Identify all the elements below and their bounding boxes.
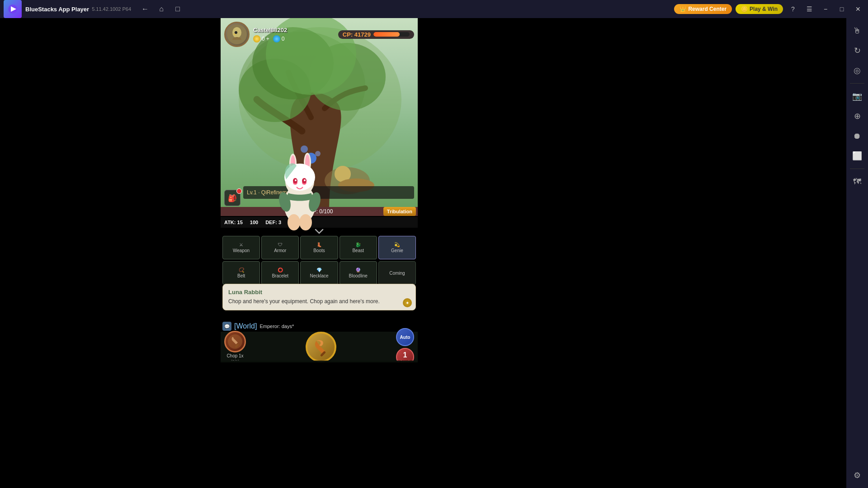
- armor-icon: 🛡: [278, 242, 283, 247]
- adventure-icon: [389, 362, 404, 363]
- svg-point-30: [304, 179, 306, 181]
- armor-slot[interactable]: 🛡 Armor: [261, 236, 299, 259]
- maximize-button[interactable]: □: [835, 3, 848, 15]
- play-coin-icon: 🪙: [741, 6, 748, 12]
- sidebar-settings-btn[interactable]: ⚙: [848, 466, 866, 484]
- belt-icon: 📿: [239, 267, 244, 272]
- sidebar-target-btn[interactable]: ◎: [848, 61, 866, 80]
- auto-level-group: Auto 1 Level: [396, 328, 414, 362]
- bloodline-slot[interactable]: 🔮 Bloodline: [340, 261, 377, 285]
- genie-label: Genie: [391, 248, 403, 253]
- level-number: 1: [403, 351, 407, 359]
- tribulation-button[interactable]: Tribulation: [383, 207, 416, 216]
- svg-point-33: [288, 214, 300, 230]
- sidebar-camera-btn[interactable]: 📷: [848, 87, 866, 105]
- belt-slot[interactable]: 📿 Belt: [222, 261, 260, 285]
- right-controls: 👑 Reward Center 🪙 Play & Win ? ☰ − □ ✕: [674, 3, 868, 15]
- atk-stat: ATK: 15: [224, 220, 243, 225]
- beast-label: Beast: [352, 248, 364, 253]
- sidebar-layers-btn[interactable]: ⊕: [848, 107, 866, 125]
- guild-icon: [235, 362, 249, 363]
- sidebar-screenshot-btn[interactable]: ⬜: [848, 147, 866, 165]
- beast-slot[interactable]: 🐉 Beast: [340, 236, 377, 259]
- bracelet-icon: ⭕: [278, 267, 283, 272]
- main-action-button[interactable]: [306, 332, 336, 362]
- atk-label: ATK:: [224, 220, 236, 225]
- app-version: 5.11.42.1002 P64: [92, 6, 131, 12]
- svg-point-34: [299, 214, 312, 230]
- backpack-icon: 🎒: [228, 194, 237, 202]
- home-button[interactable]: ⌂: [155, 2, 168, 16]
- notification-badge: [236, 188, 242, 194]
- play-win-button[interactable]: 🪙 Play & Win: [736, 4, 783, 14]
- bottom-nav: Guild Home 50: [221, 361, 418, 362]
- sidebar-divider-2: [850, 169, 864, 169]
- currency-row: 0 + 0: [253, 35, 335, 42]
- auto-label: Auto: [400, 335, 410, 340]
- equipment-grid-row1: ⚔ Weapon 🛡 Armor 👢 Boots 🐉 Beast 💫 Genie: [221, 234, 418, 261]
- belt-label: Belt: [237, 273, 245, 278]
- menu-button[interactable]: ☰: [803, 3, 816, 15]
- cp-bar-container: CP: 41729: [338, 30, 414, 39]
- title-bar: BlueStacks App Player 5.11.42.1002 P64 ←…: [0, 0, 868, 18]
- character-sprite: [266, 132, 334, 231]
- sidebar-divider-1: [850, 83, 864, 84]
- necklace-icon: 💎: [316, 267, 322, 272]
- help-button[interactable]: ?: [787, 3, 799, 15]
- equipment-grid-row2: 📿 Belt ⭕ Bracelet 💎 Necklace 🔮 Bloodline…: [221, 259, 418, 286]
- sidebar-rotate-btn[interactable]: ↻: [848, 42, 866, 60]
- nav-adventure[interactable]: Adventure: [377, 362, 416, 363]
- nav-home[interactable]: Home: [261, 362, 300, 363]
- npc-corner-icon: ✦: [403, 298, 412, 307]
- player-info: Castel88202 0 + 0: [253, 27, 335, 42]
- cp-bar-inner: [373, 32, 400, 37]
- sidebar-map-btn[interactable]: 🗺: [848, 173, 866, 191]
- genie-slot[interactable]: 💫 Genie: [378, 236, 416, 259]
- beast-icon: 🐉: [355, 242, 361, 247]
- gold-plus: +: [266, 36, 269, 42]
- inventory-icon[interactable]: 🎒: [224, 190, 241, 206]
- npc-name: Luna Rabbit: [228, 289, 410, 296]
- game-container: Castel88202 0 + 0 CP: 41729 🎒: [221, 18, 418, 362]
- chop-action[interactable]: Chop 1x (0/1): [224, 331, 246, 363]
- sidebar-record-btn[interactable]: ⏺: [848, 127, 866, 145]
- chat-message: Emperor: days*: [259, 324, 294, 329]
- multi-window-button[interactable]: □: [171, 2, 184, 16]
- app-logo: [4, 0, 22, 18]
- gem-icon: [273, 35, 280, 42]
- gold-amount: 0: [262, 36, 265, 42]
- chop-label: Chop 1x: [226, 353, 243, 358]
- auto-button[interactable]: Auto: [396, 328, 414, 346]
- app-name: BlueStacks App Player: [25, 6, 89, 13]
- chop-icon: [224, 331, 246, 352]
- player-name: Castel88202: [253, 27, 335, 33]
- gem-amount: 0: [282, 36, 285, 42]
- bracelet-slot[interactable]: ⭕ Bracelet: [261, 261, 299, 285]
- bracelet-label: Bracelet: [272, 273, 288, 278]
- nav-guild[interactable]: Guild: [222, 362, 261, 363]
- minimize-button[interactable]: −: [819, 3, 832, 15]
- weapon-slot[interactable]: ⚔ Weapon: [222, 236, 260, 259]
- gold-icon: [253, 35, 260, 42]
- nav-challenge[interactable]: Challenge: [339, 362, 377, 363]
- boots-slot[interactable]: 👢 Boots: [300, 236, 338, 259]
- boots-icon: 👢: [316, 242, 322, 247]
- bloodline-label: Bloodline: [349, 273, 368, 278]
- reward-center-button[interactable]: 👑 Reward Center: [674, 4, 732, 14]
- world-chat: 💬 [World] Emperor: days*: [222, 322, 416, 331]
- gold-currency: 0 +: [253, 35, 269, 42]
- spd-stat: 100: [250, 220, 258, 225]
- weapon-icon: ⚔: [239, 242, 243, 247]
- close-button[interactable]: ✕: [852, 3, 864, 15]
- spd-value: 100: [250, 220, 258, 225]
- sidebar-mouse-btn[interactable]: 🖱: [848, 22, 866, 40]
- player-avatar: [224, 22, 250, 47]
- armor-label: Armor: [274, 248, 286, 253]
- atk-value: 15: [237, 220, 243, 225]
- coming-slot[interactable]: Coming: [378, 261, 416, 285]
- npc-dialog[interactable]: Luna Rabbit Chop and here's your equipme…: [222, 284, 416, 310]
- svg-point-29: [295, 179, 297, 181]
- back-button[interactable]: ←: [138, 2, 152, 16]
- necklace-slot[interactable]: 💎 Necklace: [300, 261, 338, 285]
- hud-top: Castel88202 0 + 0 CP: 41729: [224, 22, 414, 47]
